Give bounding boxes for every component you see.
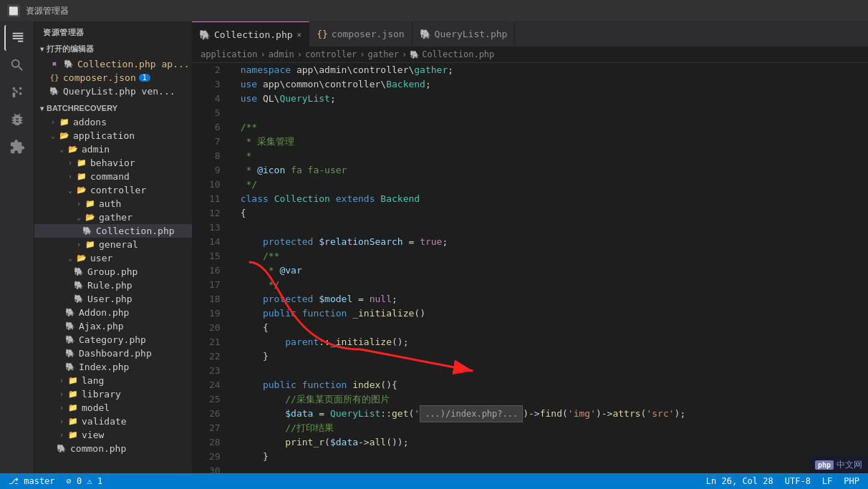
folder-validate-icon: 📁: [67, 417, 79, 426]
folder-lang-icon: 📁: [67, 376, 79, 385]
folder-addons[interactable]: › 📁 addons: [34, 115, 192, 129]
file-category[interactable]: 🐘 Category.php: [34, 333, 192, 347]
file-index[interactable]: 🐘 Index.php: [34, 360, 192, 374]
folder-gather-name: gather: [99, 212, 132, 223]
php-dashboard-icon: 🐘: [64, 349, 76, 358]
folder-library[interactable]: › 📁 library: [34, 387, 192, 401]
file-dashboard[interactable]: 🐘 Dashboard.php: [34, 347, 192, 360]
folder-command[interactable]: › 📁 command: [34, 170, 192, 183]
folder-gather[interactable]: ⌄ 📂 gather: [34, 210, 192, 224]
status-left: ⎇ master ⊘ 0 ⚠ 1: [6, 476, 105, 486]
bc-part-4[interactable]: gather: [368, 49, 399, 59]
bc-part-1[interactable]: application: [201, 49, 257, 59]
folder-admin-arrow: ⌄: [56, 145, 67, 153]
php-icon-3: 🐘: [49, 87, 60, 96]
folder-library-icon: 📁: [67, 389, 79, 399]
folder-behavior[interactable]: › 📁 behavior: [34, 156, 192, 170]
folder-admin-name: admin: [82, 144, 110, 155]
open-editors-section[interactable]: ▾ 打开的编辑器: [34, 41, 192, 57]
php-user-icon: 🐘: [73, 294, 85, 304]
code-line-24: public function index(){: [241, 378, 868, 392]
bc-part-5[interactable]: Collection.php: [422, 49, 494, 59]
folder-admin[interactable]: ⌄ 📂 admin: [34, 142, 192, 156]
status-line[interactable]: Ln 26, Col 28: [703, 476, 776, 486]
open-file-collection[interactable]: ✖ 🐘 Collection.php ap...: [34, 57, 192, 71]
bc-part-3[interactable]: controller: [305, 49, 357, 59]
tab-querylist-label: QueryList.php: [435, 29, 508, 39]
file-rule[interactable]: 🐘 Rule.php: [34, 279, 192, 292]
tab-collection[interactable]: 🐘 Collection.php ✕: [192, 21, 309, 47]
title-text: 资源管理器: [26, 5, 69, 17]
folder-command-arrow: ›: [64, 173, 76, 180]
folder-view-name: view: [82, 430, 104, 440]
file-collection-php[interactable]: 🐘 Collection.php: [34, 224, 192, 238]
folder-general-name: general: [99, 239, 138, 250]
code-line-30: [241, 464, 868, 473]
folder-gather-arrow: ⌄: [73, 213, 85, 221]
folder-auth-arrow: ›: [73, 200, 85, 208]
editor-area: 🐘 Collection.php ✕ {} composer.json 🐘 Qu…: [192, 21, 868, 473]
folder-command-name: command: [90, 171, 130, 182]
tab-querylist-icon: 🐘: [420, 29, 431, 39]
batchrecovery-arrow: ▾: [40, 105, 44, 112]
php-collection-icon: 🐘: [82, 226, 93, 236]
bc-part-2[interactable]: admin: [269, 49, 294, 59]
status-branch[interactable]: ⎇ master: [6, 476, 58, 486]
file-ajax[interactable]: 🐘 Ajax.php: [34, 319, 192, 333]
code-line-13: [241, 221, 868, 235]
folder-general-arrow: ›: [73, 241, 85, 248]
sidebar: 资源管理器 ▾ 打开的编辑器 ✖ 🐘 Collection.php ap... …: [34, 21, 192, 473]
folder-command-icon: 📁: [76, 172, 87, 181]
file-rule-name: Rule.php: [87, 280, 132, 291]
php-group-icon: 🐘: [73, 267, 85, 276]
tab-collection-icon: 🐘: [199, 29, 211, 40]
folder-validate-arrow: ›: [56, 417, 67, 425]
search-icon[interactable]: [4, 52, 30, 78]
folder-controller-icon: 📂: [76, 185, 87, 195]
code-area[interactable]: namespace app\admin\controller\gather; u…: [229, 63, 868, 473]
open-editors-label: 打开的编辑器: [47, 44, 94, 54]
open-file-querylist[interactable]: 🐘 QueryList.php ven...: [34, 84, 192, 98]
tab-querylist[interactable]: 🐘 QueryList.php: [413, 21, 516, 47]
folder-lang-arrow: ›: [56, 377, 67, 384]
file-common[interactable]: 🐘 common.php: [34, 442, 192, 455]
tab-collection-close[interactable]: ✕: [297, 30, 302, 39]
source-control-icon[interactable]: [4, 79, 30, 105]
batchrecovery-section[interactable]: ▾ BATCHRECOVERY: [34, 101, 192, 115]
app-icon: ⬜: [7, 4, 20, 17]
extensions-icon[interactable]: [4, 134, 30, 160]
file-icon-collection: ✖: [49, 59, 60, 69]
open-editors-arrow: ▾: [40, 45, 44, 53]
status-language[interactable]: PHP: [841, 476, 862, 486]
folder-auth[interactable]: › 📁 auth: [34, 197, 192, 210]
debug-icon[interactable]: [4, 107, 30, 132]
folder-model[interactable]: › 📁 model: [34, 401, 192, 415]
folder-application-arrow: ⌄: [47, 132, 59, 140]
folder-validate[interactable]: › 📁 validate: [34, 415, 192, 428]
folder-user[interactable]: ⌄ 📂 user: [34, 251, 192, 265]
status-encoding[interactable]: UTF-8: [782, 476, 814, 486]
breadcrumb: application › admin › controller › gathe…: [192, 47, 868, 63]
php-common-icon: 🐘: [56, 444, 67, 453]
folder-application[interactable]: ⌄ 📂 application: [34, 129, 192, 142]
folder-controller-name: controller: [90, 185, 146, 195]
editor-content[interactable]: 2345 678910 11121314 15161718 1920212223…: [192, 63, 868, 473]
file-addon-name: Addon.php: [79, 307, 129, 318]
folder-lang[interactable]: › 📁 lang: [34, 374, 192, 387]
file-name-collection: Collection.php ap...: [77, 59, 190, 69]
php-addon-icon: 🐘: [64, 308, 76, 317]
folder-controller[interactable]: ⌄ 📂 controller: [34, 183, 192, 197]
tab-composer[interactable]: {} composer.json: [309, 21, 412, 47]
file-group[interactable]: 🐘 Group.php: [34, 265, 192, 279]
php-logo: php: [815, 460, 834, 470]
status-errors[interactable]: ⊘ 0 ⚠ 1: [64, 476, 106, 486]
folder-general[interactable]: › 📁 general: [34, 238, 192, 251]
open-file-composer[interactable]: {} composer.json 1: [34, 71, 192, 84]
folder-view[interactable]: › 📁 view: [34, 428, 192, 442]
status-line-ending[interactable]: LF: [819, 476, 835, 486]
file-user[interactable]: 🐘 User.php: [34, 292, 192, 306]
sidebar-header: 资源管理器: [34, 21, 192, 41]
file-addon[interactable]: 🐘 Addon.php: [34, 306, 192, 319]
code-line-6: /**: [241, 120, 868, 135]
explorer-icon[interactable]: [4, 25, 30, 51]
